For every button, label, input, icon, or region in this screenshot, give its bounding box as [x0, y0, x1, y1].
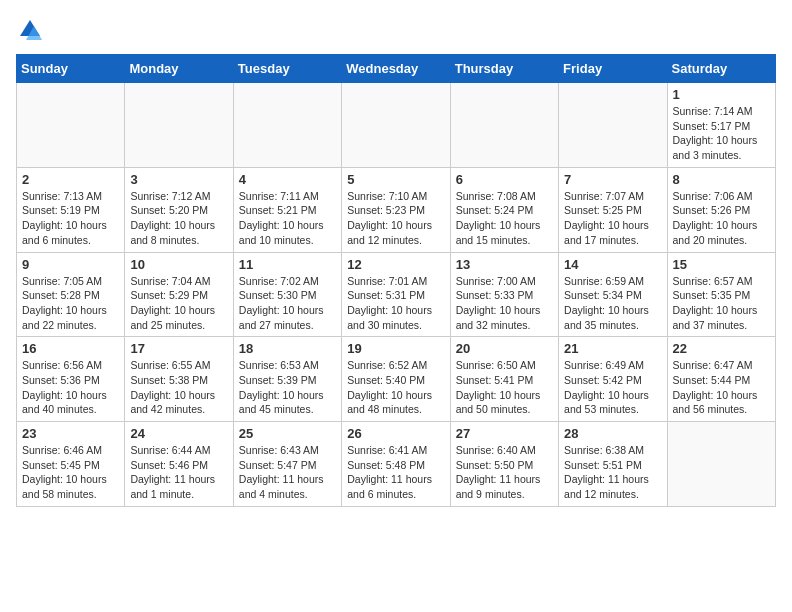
calendar-day-cell: 3Sunrise: 7:12 AM Sunset: 5:20 PM Daylig…: [125, 167, 233, 252]
calendar-week-row: 16Sunrise: 6:56 AM Sunset: 5:36 PM Dayli…: [17, 337, 776, 422]
calendar-day-cell: 9Sunrise: 7:05 AM Sunset: 5:28 PM Daylig…: [17, 252, 125, 337]
day-number: 5: [347, 172, 444, 187]
day-number: 15: [673, 257, 770, 272]
day-info: Sunrise: 7:08 AM Sunset: 5:24 PM Dayligh…: [456, 189, 553, 248]
calendar-day-cell: 15Sunrise: 6:57 AM Sunset: 5:35 PM Dayli…: [667, 252, 775, 337]
calendar-day-cell: 21Sunrise: 6:49 AM Sunset: 5:42 PM Dayli…: [559, 337, 667, 422]
calendar-week-row: 23Sunrise: 6:46 AM Sunset: 5:45 PM Dayli…: [17, 422, 776, 507]
day-info: Sunrise: 7:06 AM Sunset: 5:26 PM Dayligh…: [673, 189, 770, 248]
calendar-day-cell: 16Sunrise: 6:56 AM Sunset: 5:36 PM Dayli…: [17, 337, 125, 422]
day-info: Sunrise: 6:55 AM Sunset: 5:38 PM Dayligh…: [130, 358, 227, 417]
calendar-day-cell: 8Sunrise: 7:06 AM Sunset: 5:26 PM Daylig…: [667, 167, 775, 252]
day-number: 21: [564, 341, 661, 356]
day-of-week-header: Saturday: [667, 55, 775, 83]
day-number: 10: [130, 257, 227, 272]
calendar-day-cell: 22Sunrise: 6:47 AM Sunset: 5:44 PM Dayli…: [667, 337, 775, 422]
calendar-day-cell: 27Sunrise: 6:40 AM Sunset: 5:50 PM Dayli…: [450, 422, 558, 507]
day-info: Sunrise: 6:52 AM Sunset: 5:40 PM Dayligh…: [347, 358, 444, 417]
calendar-week-row: 1Sunrise: 7:14 AM Sunset: 5:17 PM Daylig…: [17, 83, 776, 168]
day-number: 8: [673, 172, 770, 187]
day-number: 9: [22, 257, 119, 272]
day-number: 11: [239, 257, 336, 272]
day-number: 3: [130, 172, 227, 187]
day-number: 19: [347, 341, 444, 356]
calendar-table: SundayMondayTuesdayWednesdayThursdayFrid…: [16, 54, 776, 507]
calendar-day-cell: [559, 83, 667, 168]
calendar-day-cell: 4Sunrise: 7:11 AM Sunset: 5:21 PM Daylig…: [233, 167, 341, 252]
day-info: Sunrise: 6:59 AM Sunset: 5:34 PM Dayligh…: [564, 274, 661, 333]
day-info: Sunrise: 7:10 AM Sunset: 5:23 PM Dayligh…: [347, 189, 444, 248]
day-of-week-header: Tuesday: [233, 55, 341, 83]
calendar-week-row: 9Sunrise: 7:05 AM Sunset: 5:28 PM Daylig…: [17, 252, 776, 337]
day-number: 1: [673, 87, 770, 102]
calendar-day-cell: 14Sunrise: 6:59 AM Sunset: 5:34 PM Dayli…: [559, 252, 667, 337]
calendar-day-cell: 17Sunrise: 6:55 AM Sunset: 5:38 PM Dayli…: [125, 337, 233, 422]
day-of-week-header: Thursday: [450, 55, 558, 83]
day-of-week-header: Friday: [559, 55, 667, 83]
calendar-day-cell: 2Sunrise: 7:13 AM Sunset: 5:19 PM Daylig…: [17, 167, 125, 252]
day-info: Sunrise: 7:14 AM Sunset: 5:17 PM Dayligh…: [673, 104, 770, 163]
calendar-day-cell: 13Sunrise: 7:00 AM Sunset: 5:33 PM Dayli…: [450, 252, 558, 337]
calendar-day-cell: [17, 83, 125, 168]
day-number: 23: [22, 426, 119, 441]
calendar-day-cell: 25Sunrise: 6:43 AM Sunset: 5:47 PM Dayli…: [233, 422, 341, 507]
day-number: 26: [347, 426, 444, 441]
day-number: 12: [347, 257, 444, 272]
day-info: Sunrise: 6:49 AM Sunset: 5:42 PM Dayligh…: [564, 358, 661, 417]
calendar-day-cell: 26Sunrise: 6:41 AM Sunset: 5:48 PM Dayli…: [342, 422, 450, 507]
day-number: 14: [564, 257, 661, 272]
day-info: Sunrise: 6:44 AM Sunset: 5:46 PM Dayligh…: [130, 443, 227, 502]
calendar-week-row: 2Sunrise: 7:13 AM Sunset: 5:19 PM Daylig…: [17, 167, 776, 252]
calendar-day-cell: 6Sunrise: 7:08 AM Sunset: 5:24 PM Daylig…: [450, 167, 558, 252]
day-number: 4: [239, 172, 336, 187]
day-info: Sunrise: 7:01 AM Sunset: 5:31 PM Dayligh…: [347, 274, 444, 333]
day-info: Sunrise: 6:50 AM Sunset: 5:41 PM Dayligh…: [456, 358, 553, 417]
calendar-header-row: SundayMondayTuesdayWednesdayThursdayFrid…: [17, 55, 776, 83]
day-info: Sunrise: 7:05 AM Sunset: 5:28 PM Dayligh…: [22, 274, 119, 333]
day-info: Sunrise: 6:56 AM Sunset: 5:36 PM Dayligh…: [22, 358, 119, 417]
day-info: Sunrise: 7:12 AM Sunset: 5:20 PM Dayligh…: [130, 189, 227, 248]
day-info: Sunrise: 6:41 AM Sunset: 5:48 PM Dayligh…: [347, 443, 444, 502]
calendar-day-cell: [667, 422, 775, 507]
day-info: Sunrise: 6:47 AM Sunset: 5:44 PM Dayligh…: [673, 358, 770, 417]
day-info: Sunrise: 7:04 AM Sunset: 5:29 PM Dayligh…: [130, 274, 227, 333]
day-number: 27: [456, 426, 553, 441]
day-number: 13: [456, 257, 553, 272]
day-number: 20: [456, 341, 553, 356]
day-info: Sunrise: 6:40 AM Sunset: 5:50 PM Dayligh…: [456, 443, 553, 502]
logo-icon: [16, 16, 44, 44]
day-info: Sunrise: 7:13 AM Sunset: 5:19 PM Dayligh…: [22, 189, 119, 248]
day-number: 25: [239, 426, 336, 441]
day-number: 24: [130, 426, 227, 441]
day-info: Sunrise: 7:11 AM Sunset: 5:21 PM Dayligh…: [239, 189, 336, 248]
day-info: Sunrise: 7:00 AM Sunset: 5:33 PM Dayligh…: [456, 274, 553, 333]
calendar-day-cell: 10Sunrise: 7:04 AM Sunset: 5:29 PM Dayli…: [125, 252, 233, 337]
day-number: 16: [22, 341, 119, 356]
day-number: 17: [130, 341, 227, 356]
calendar-day-cell: 19Sunrise: 6:52 AM Sunset: 5:40 PM Dayli…: [342, 337, 450, 422]
day-of-week-header: Monday: [125, 55, 233, 83]
calendar-day-cell: [125, 83, 233, 168]
day-info: Sunrise: 7:02 AM Sunset: 5:30 PM Dayligh…: [239, 274, 336, 333]
calendar-day-cell: [450, 83, 558, 168]
day-number: 28: [564, 426, 661, 441]
day-info: Sunrise: 6:46 AM Sunset: 5:45 PM Dayligh…: [22, 443, 119, 502]
day-number: 22: [673, 341, 770, 356]
day-number: 6: [456, 172, 553, 187]
day-info: Sunrise: 6:53 AM Sunset: 5:39 PM Dayligh…: [239, 358, 336, 417]
day-of-week-header: Sunday: [17, 55, 125, 83]
calendar-day-cell: 18Sunrise: 6:53 AM Sunset: 5:39 PM Dayli…: [233, 337, 341, 422]
page-header: [16, 16, 776, 44]
calendar-day-cell: 11Sunrise: 7:02 AM Sunset: 5:30 PM Dayli…: [233, 252, 341, 337]
day-of-week-header: Wednesday: [342, 55, 450, 83]
calendar-day-cell: 20Sunrise: 6:50 AM Sunset: 5:41 PM Dayli…: [450, 337, 558, 422]
day-info: Sunrise: 7:07 AM Sunset: 5:25 PM Dayligh…: [564, 189, 661, 248]
day-number: 7: [564, 172, 661, 187]
calendar-day-cell: 23Sunrise: 6:46 AM Sunset: 5:45 PM Dayli…: [17, 422, 125, 507]
day-info: Sunrise: 6:57 AM Sunset: 5:35 PM Dayligh…: [673, 274, 770, 333]
day-info: Sunrise: 6:43 AM Sunset: 5:47 PM Dayligh…: [239, 443, 336, 502]
day-info: Sunrise: 6:38 AM Sunset: 5:51 PM Dayligh…: [564, 443, 661, 502]
calendar-day-cell: 28Sunrise: 6:38 AM Sunset: 5:51 PM Dayli…: [559, 422, 667, 507]
calendar-day-cell: [233, 83, 341, 168]
logo: [16, 16, 48, 44]
